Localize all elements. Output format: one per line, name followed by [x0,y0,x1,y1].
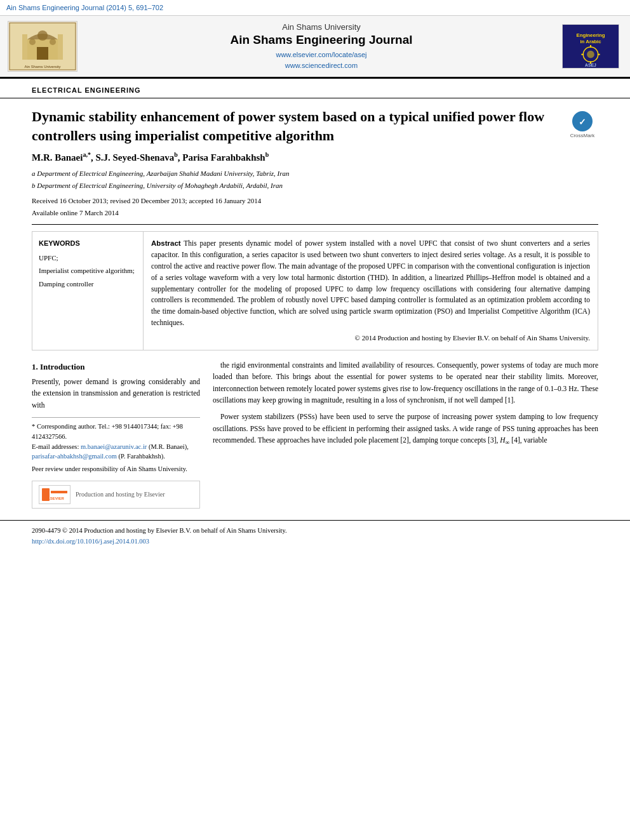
dates-available: Available online 7 March 2014 [32,208,598,218]
svg-rect-3 [37,47,48,60]
journal-logo-right: Engineering in Arabic ASEJ [559,24,622,69]
university-logo-left: Ain Shams University [8,21,84,72]
svg-text:✓: ✓ [579,117,586,127]
elsevier-footer-text: Production and hosting by Elsevier [76,491,165,498]
elsevier-logo: ELSEVIER [39,485,70,504]
author3-name: , Parisa Farahbakhsh [178,152,265,163]
authors-line: M.R. Banaeia,*, S.J. Seyed-Shenavab, Par… [32,151,598,163]
divider-1 [32,224,598,225]
keywords-title: KEYWORDS [39,238,137,249]
abstract-copyright: © 2014 Production and hosting by Elsevie… [151,333,590,343]
footnote-email-line: E-mail addresses: m.banaei@azaruniv.ac.i… [32,442,200,462]
abstract-box: Abstract This paper presents dynamic mod… [143,231,598,350]
footnote-section: * Corresponding author. Tel.: +98 914401… [32,417,200,474]
right-column: the rigid environmental constraints and … [213,359,598,509]
svg-point-6 [50,39,56,45]
crossmark-label: CrossMark [570,133,595,138]
abstract-section: KEYWORDS UPFC; Imperialist competitive a… [32,231,598,350]
keyword-3: Damping controller [39,279,137,290]
footnote-email-label: E-mail addresses: [32,443,79,450]
svg-text:ELSEVIER: ELSEVIER [45,497,64,500]
author1-sup: a,* [83,151,91,158]
abstract-text: This paper presents dynamic model of pow… [151,239,590,326]
svg-rect-8 [58,34,63,60]
section-label: ELECTRICAL ENGINEERING [0,83,630,98]
footnote-star-label: * Corresponding author. Tel.: +98 914401… [32,423,183,440]
university-name: Ain Shams University [84,22,559,32]
abstract-label: Abstract [151,239,181,247]
footnote-email2-link[interactable]: parisafar-ahbakhsh@gmail.com [32,453,117,460]
author3-sup: b [265,151,269,158]
journal-citation-link[interactable]: Ain Shams Engineering Journal (2014) 5, … [6,4,163,11]
affiliation-b: b Department of Electrical Engineering, … [32,180,598,191]
author2-name: , S.J. Seyed-Shenava [91,152,174,163]
svg-text:in Arabic: in Arabic [580,39,601,44]
affiliations: a Department of Electrical Engineering, … [32,168,598,190]
asej-logo-image: Engineering in Arabic ASEJ [562,24,619,69]
url2[interactable]: www.sciencedirect.com [84,60,559,71]
svg-text:ASEJ: ASEJ [585,63,596,67]
keyword-2: Imperialist competitive algorithm; [39,265,137,276]
article-title-section: Dynamic stability enhancement of power s… [32,107,598,145]
journal-urls: www.elsevier.com/locate/asej www.science… [84,50,559,70]
svg-text:Ain Shams University: Ain Shams University [24,65,60,69]
footnote-email1-link[interactable]: m.banaei@azaruniv.ac.ir [81,443,147,450]
svg-text:Engineering: Engineering [576,32,605,38]
svg-rect-24 [51,491,67,493]
doi-link[interactable]: http://dx.doi.org/10.1016/j.asej.2014.01… [32,538,149,545]
keywords-box: KEYWORDS UPFC; Imperialist competitive a… [32,231,143,350]
footnote-email1-name: (M.R. Banaei), [149,443,189,450]
journal-name: Ain Shams Engineering Journal [84,33,559,47]
svg-point-4 [37,30,48,41]
keyword-1: UPFC; [39,253,137,263]
journal-center-info: Ain Shams University Ain Shams Engineeri… [84,22,559,70]
body-columns: 1. Introduction Presently, power demand … [32,359,598,509]
article-title: Dynamic stability enhancement of power s… [32,107,560,145]
svg-point-14 [587,51,594,58]
url1[interactable]: www.elsevier.com/locate/asej [84,50,559,60]
right-para1: the rigid environmental constraints and … [213,359,598,406]
affiliation-a: a Department of Electrical Engineering, … [32,168,598,179]
svg-rect-7 [22,34,27,60]
crossmark-badge: ✓ CrossMark [566,111,598,138]
intro-para1: Presently, power demand is growing consi… [32,376,200,411]
main-content: Dynamic stability enhancement of power s… [0,107,630,509]
top-bar: Ain Shams Engineering Journal (2014) 5, … [0,0,630,16]
left-column: 1. Introduction Presently, power demand … [32,359,200,509]
journal-header: Ain Shams University Ain Shams Universit… [0,16,630,79]
bottom-bar: 2090-4479 © 2014 Production and hosting … [0,520,630,552]
university-logo-image: Ain Shams University [8,21,77,72]
elsevier-footer-box: ELSEVIER Production and hosting by Elsev… [32,481,200,509]
footnote-peer: Peer review under responsibility of Ain … [32,464,200,474]
right-para2: Power system stabilizers (PSSs) have bee… [213,411,598,447]
issn-line: 2090-4479 © 2014 Production and hosting … [32,526,598,537]
footnote-corresponding: * Corresponding author. Tel.: +98 914401… [32,422,200,442]
intro-heading: 1. Introduction [32,362,200,372]
footnote-email2-name: (P. Farahbakhsh). [119,453,165,460]
author1-name: M.R. Banaei [32,152,83,163]
crossmark-icon: ✓ [572,111,593,131]
svg-point-5 [29,39,36,45]
dates-received: Received 16 October 2013; revised 20 Dec… [32,196,598,206]
